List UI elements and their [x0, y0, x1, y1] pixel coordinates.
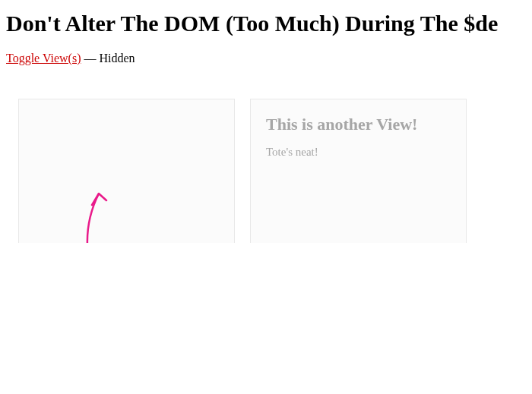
page-title: Don't Alter The DOM (Too Much) During Th…: [0, 0, 532, 44]
toggle-separator: —: [81, 52, 100, 65]
view-box-left: [18, 99, 235, 243]
toggle-state-label: Hidden: [100, 52, 135, 65]
views-area: This is another View! Tote's neat!: [0, 80, 532, 243]
toggle-views-link[interactable]: Toggle View(s): [6, 52, 81, 65]
toggle-row: Toggle View(s) — Hidden: [0, 44, 532, 80]
view-heading: This is another View!: [266, 115, 451, 134]
view-body: Tote's neat!: [266, 146, 451, 159]
view-box-right: This is another View! Tote's neat!: [250, 99, 467, 243]
